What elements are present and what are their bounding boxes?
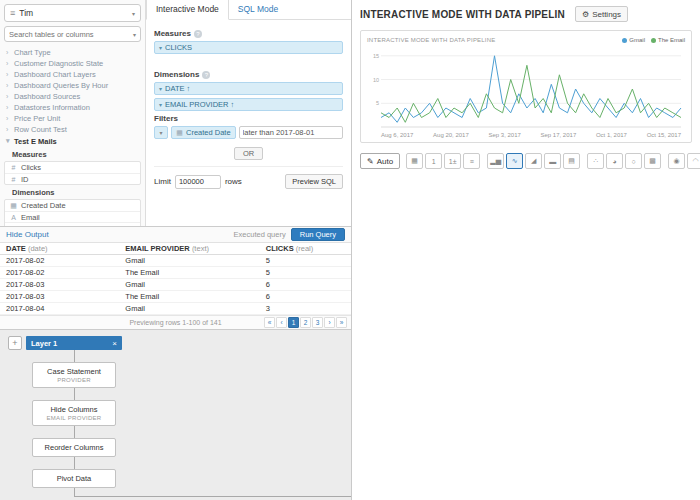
sidebar-field-item[interactable]: ▦Created Date <box>5 200 140 211</box>
filter-logic-dropdown[interactable]: ▾ <box>154 126 168 139</box>
limit-input[interactable] <box>175 175 221 189</box>
dimensions-label-text: Dimensions <box>154 70 199 79</box>
area-chart-button[interactable]: ◢ <box>525 153 542 169</box>
close-icon[interactable]: × <box>112 339 117 348</box>
sidebar-table-item[interactable]: ›Price Per Unit <box>0 113 145 124</box>
page-button[interactable]: » <box>336 317 347 328</box>
page-button[interactable]: ‹ <box>276 317 287 328</box>
sidebar-table-item-test-e-mails[interactable]: ▾ Test E Mails <box>0 135 145 147</box>
result-header-row: DATE (date)EMAIL PROVIDER (text)CLICKS (… <box>0 243 351 255</box>
measures-label: Measures ? <box>154 29 343 38</box>
pill-label: CLICKS <box>165 43 192 52</box>
text-list-button[interactable]: ≡ <box>463 153 480 169</box>
tab-sql-mode[interactable]: SQL Mode <box>229 0 287 19</box>
sidebar-table-item[interactable]: ›Dashboard Chart Layers <box>0 69 145 80</box>
tab-interactive-mode[interactable]: Interactive Mode <box>146 0 229 20</box>
bubble-chart-button[interactable]: ○ <box>625 153 642 169</box>
pagination: «‹123›» <box>264 317 347 328</box>
user-menu[interactable]: ≡ Tim ▾ <box>4 4 141 22</box>
table-cell: 2017-08-04 <box>0 303 119 315</box>
svg-text:5: 5 <box>376 100 379 106</box>
filter-field-label: Created Date <box>186 128 231 137</box>
bar-chart-button[interactable]: ▂▅ <box>487 153 504 169</box>
sidebar-table-item[interactable]: ›Chart Type <box>0 47 145 58</box>
chart-title: INTERACTIVE MODE WITH DATA PIPELINE <box>367 37 495 43</box>
table-row: 2017-08-03The Email6 <box>0 291 351 303</box>
result-table: DATE (date)EMAIL PROVIDER (text)CLICKS (… <box>0 243 351 315</box>
table-row: 2017-08-02The Email5 <box>0 267 351 279</box>
filter-value-input[interactable] <box>239 126 343 139</box>
field-label: Clicks <box>21 163 41 172</box>
add-layer-button[interactable]: + <box>8 336 22 350</box>
help-icon: ? <box>202 71 210 79</box>
chart-legend: GmailThe Email <box>622 37 685 43</box>
step-subtitle: EMAIL PROVIDER <box>35 415 113 421</box>
column-header[interactable]: EMAIL PROVIDER (text) <box>119 243 259 255</box>
search-input[interactable] <box>9 30 133 39</box>
column-header[interactable]: CLICKS (real) <box>260 243 351 255</box>
filter-field-pill[interactable]: ▦ Created Date <box>171 126 236 139</box>
page-button[interactable]: › <box>324 317 335 328</box>
chart-panel-title: INTERACTIVE MODE WITH DATA PIPELIN <box>360 9 565 20</box>
gauge-chart-button[interactable]: ◠ <box>687 153 700 169</box>
stacked-bar-chart-button[interactable]: ▤ <box>563 153 580 169</box>
pipeline-step[interactable]: Case StatementPROVIDER <box>32 362 116 388</box>
auto-button[interactable]: ✎ Auto <box>360 153 400 169</box>
gear-icon: ⚙ <box>582 10 589 19</box>
app-root: ≡ Tim ▾ ▾ ›Chart Type›Customer Diagnosti… <box>0 0 700 500</box>
chevron-down-icon: ▾ <box>159 44 162 51</box>
chart-card: INTERACTIVE MODE WITH DATA PIPELINE Gmai… <box>360 30 692 143</box>
pie-chart-button[interactable]: ◕ <box>606 153 623 169</box>
single-value-button[interactable]: 1 <box>425 153 442 169</box>
pipeline-section: + Layer 1 × Case StatementPROVIDERHide C… <box>0 329 351 500</box>
step-subtitle: PROVIDER <box>35 377 113 383</box>
x-tick-label: Aug 6, 2017 <box>381 132 413 138</box>
sidebar-field-item[interactable]: AEmail <box>5 211 140 222</box>
sidebar-field-item[interactable]: #ID <box>5 173 140 184</box>
sidebar-table-item[interactable]: ›Customer Diagnostic State <box>0 58 145 69</box>
line-chart-button[interactable]: ∿ <box>506 153 523 169</box>
run-query-button[interactable]: Run Query <box>291 228 345 241</box>
text-icon: A <box>10 214 17 221</box>
horizontal-bar-chart-button[interactable]: ▬ <box>544 153 561 169</box>
map-chart-button[interactable]: ◉ <box>668 153 685 169</box>
table-name: Dashboard Sources <box>14 92 80 101</box>
layer-header[interactable]: Layer 1 × <box>26 336 122 350</box>
sidebar-field-item[interactable]: #Clicks <box>5 162 140 173</box>
search-box[interactable]: ▾ <box>4 26 141 42</box>
single-value-change-button[interactable]: 1± <box>444 153 461 169</box>
table-name: Test E Mails <box>14 137 57 146</box>
measure-drop-zone[interactable] <box>154 57 343 67</box>
hide-output-link[interactable]: Hide Output <box>6 230 49 239</box>
field-label: ID <box>21 175 29 184</box>
dimension-pill-email-provider[interactable]: ▾ EMAIL PROVIDER ↑ <box>154 98 343 111</box>
page-button[interactable]: 1 <box>288 317 299 328</box>
sidebar-table-item[interactable]: ›Datastores Information <box>0 102 145 113</box>
sidebar-table-item[interactable]: ›Row Count Test <box>0 124 145 135</box>
preview-sql-button[interactable]: Preview SQL <box>285 174 343 189</box>
chart-toolbar-icons: ▦11±≡▂▅∿◢▬▤∴◕○▩◉◠▣ <box>406 153 700 169</box>
query-builder: Measures ? ▾ CLICKS Dimensions ? ▾ DAT <box>146 20 351 195</box>
page-button[interactable]: 2 <box>300 317 311 328</box>
chevron-right-icon: › <box>6 82 11 89</box>
legend-dot-icon <box>651 38 656 43</box>
pipeline-step[interactable]: Pivot Data <box>32 469 116 488</box>
column-header[interactable]: DATE (date) <box>0 243 119 255</box>
or-button[interactable]: OR <box>234 147 263 160</box>
scatter-chart-button[interactable]: ∴ <box>587 153 604 169</box>
output-bar: Hide Output Executed query Run Query <box>0 227 351 243</box>
heatmap-chart-button[interactable]: ▩ <box>644 153 661 169</box>
pipeline-step[interactable]: Reorder Columns <box>32 438 116 457</box>
number-icon: # <box>10 176 17 183</box>
dimension-pill-date[interactable]: ▾ DATE ↑ <box>154 82 343 95</box>
area-chart-icon: ◢ <box>531 157 536 165</box>
table-chart-button[interactable]: ▦ <box>406 153 423 169</box>
settings-button[interactable]: ⚙ Settings <box>575 6 628 22</box>
gauge-chart-icon: ◠ <box>693 157 699 165</box>
page-button[interactable]: 3 <box>312 317 323 328</box>
sidebar-table-item[interactable]: ›Dashboard Queries By Hour <box>0 80 145 91</box>
pipeline-step[interactable]: Hide ColumnsEMAIL PROVIDER <box>32 400 116 426</box>
measure-pill-clicks[interactable]: ▾ CLICKS <box>154 41 343 54</box>
page-button[interactable]: « <box>264 317 275 328</box>
sidebar-table-item[interactable]: ›Dashboard Sources <box>0 91 145 102</box>
